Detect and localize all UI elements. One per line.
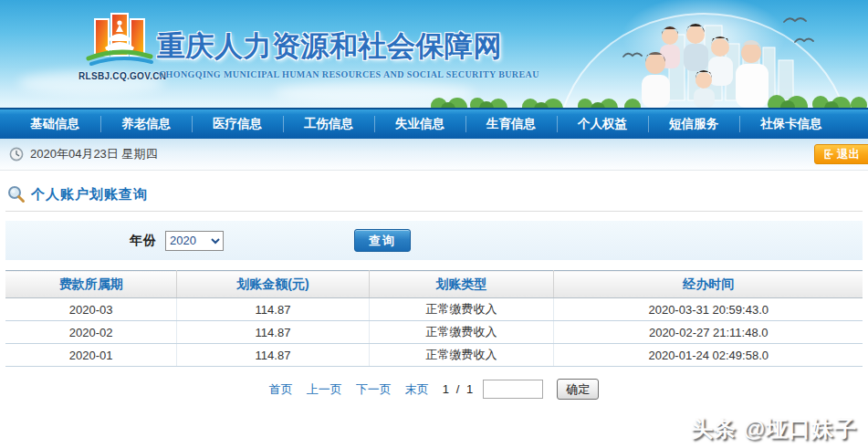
cell-transfer-type: 正常缴费收入 [369,298,554,321]
nav-item-basic-info[interactable]: 基础信息 [9,109,100,139]
confirm-button[interactable]: 确定 [557,379,599,400]
magnifier-icon [7,185,26,203]
cell-fee-period: 2020-02 [5,321,177,344]
site-subtitle: CHONGQING MUNICIPAL HUMAN RESOURCES AND … [157,69,539,79]
table-row: 2020-02 114.87 正常缴费收入 2020-02-27 21:11:4… [5,321,863,344]
cell-processing-time: 2020-01-24 02:49:58.0 [554,344,863,367]
cell-transfer-amount: 114.87 [177,298,369,321]
chongqing-hall-logo-icon [85,11,154,66]
last-page-link[interactable]: 末页 [405,381,429,398]
clock-icon [9,147,24,161]
transfer-records-table: 费款所属期 划账金额(元) 划账类型 经办时间 2020-03 114.87 正… [5,270,863,367]
cell-processing-time: 2020-03-31 20:59:43.0 [554,298,863,321]
logout-icon [822,149,833,160]
cell-transfer-type: 正常缴费收入 [369,344,554,367]
section-header: 个人账户划账查询 [5,185,863,212]
col-fee-period: 费款所属期 [5,271,177,298]
date-bar: 2020年04月23日 星期四 退出 [0,139,868,171]
col-transfer-amount: 划账金额(元) [177,271,369,298]
col-processing-time: 经办时间 [554,271,863,298]
nav-item-personal-rights[interactable]: 个人权益 [557,109,648,139]
nav-item-pension-info[interactable]: 养老信息 [100,109,192,139]
cell-fee-period: 2020-03 [5,298,177,321]
main-content: 个人账户划账查询 年份 2020 查询 费款所属期 划账金额(元) 划账类型 经… [5,185,863,400]
cell-fee-period: 2020-01 [5,344,177,367]
nav-item-medical-info[interactable]: 医疗信息 [192,109,283,139]
main-nav: 基础信息 养老信息 医疗信息 工伤信息 失业信息 生育信息 个人权益 短信服务 … [0,108,868,139]
table-row: 2020-03 114.87 正常缴费收入 2020-03-31 20:59:4… [5,298,863,321]
current-date: 2020年04月23日 星期四 [30,146,157,162]
nav-item-maternity-info[interactable]: 生育信息 [465,109,557,139]
site-title: 重庆人力资源和社会保障网 [157,27,539,66]
nav-item-unemployment-info[interactable]: 失业信息 [374,109,465,139]
logout-button[interactable]: 退出 [814,144,868,164]
site-banner: RLSBJ.CQ.GOV.CN 重庆人力资源和社会保障网 CHONGQING M… [0,0,868,108]
year-label: 年份 [130,233,157,249]
cell-transfer-amount: 114.87 [177,321,369,344]
table-header-row: 费款所属期 划账金额(元) 划账类型 经办时间 [5,271,863,298]
col-transfer-type: 划账类型 [369,271,554,298]
nav-item-injury-info[interactable]: 工伤信息 [283,109,374,139]
toutiao-watermark: 头条 @垭口妹子 [691,414,857,443]
page-title: 个人账户划账查询 [31,186,148,203]
first-page-link[interactable]: 首页 [269,381,293,398]
site-domain: RLSBJ.CQ.GOV.CN [78,71,161,81]
page-number-input[interactable] [483,380,543,399]
pagination: 首页 上一页 下一页 末页 1 / 1 确定 [5,379,863,400]
page-indicator: 1 / 1 [443,382,475,396]
query-button[interactable]: 查询 [354,229,411,252]
cell-transfer-amount: 114.87 [177,344,369,367]
year-select[interactable]: 2020 [165,231,224,251]
table-row: 2020-01 114.87 正常缴费收入 2020-01-24 02:49:5… [5,344,863,367]
nav-item-social-card-info[interactable]: 社保卡信息 [739,109,843,139]
next-page-link[interactable]: 下一页 [356,381,392,398]
nav-item-sms-service[interactable]: 短信服务 [648,109,739,139]
logout-label: 退出 [837,147,860,162]
cell-processing-time: 2020-02-27 21:11:48.0 [554,321,863,344]
cell-transfer-type: 正常缴费收入 [369,321,554,344]
prev-page-link[interactable]: 上一页 [307,381,342,398]
filter-bar: 年份 2020 查询 [5,221,863,260]
site-logo: RLSBJ.CQ.GOV.CN [78,11,161,81]
